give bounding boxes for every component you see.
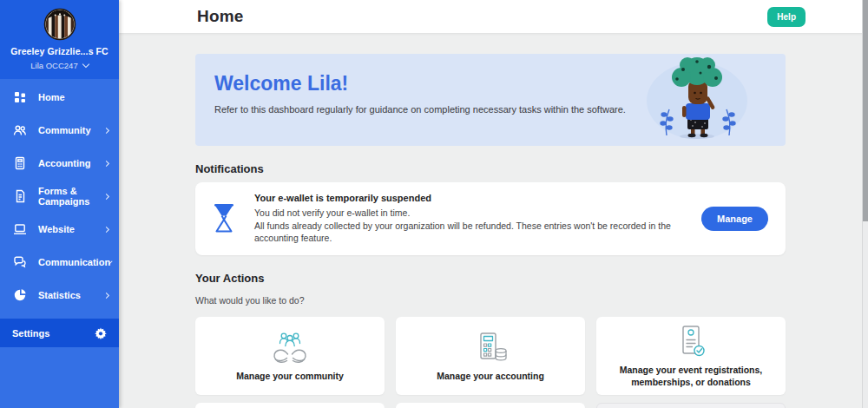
sidebar-item-statistics[interactable]: Statistics xyxy=(0,279,119,312)
chevron-right-icon xyxy=(103,226,109,232)
welcome-banner: Welcome Lila! Refer to this dashboard re… xyxy=(195,54,786,146)
actions-prompt: What would you like to do? xyxy=(195,295,786,306)
sidebar: Greeley Grizzlie...s FC Lila OCC247 Home… xyxy=(0,0,119,408)
sidebar-item-website[interactable]: Website xyxy=(0,213,119,246)
notification-text-block: Your e-wallet is temporarily suspended Y… xyxy=(254,193,682,245)
chevron-right-icon xyxy=(103,160,109,166)
sidebar-item-label: Website xyxy=(38,224,104,234)
hourglass-icon xyxy=(213,203,235,234)
action-card-other[interactable]: Other? xyxy=(596,403,786,408)
main-area: Home Help Welcome Lila! Refer to this da… xyxy=(119,0,868,408)
home-grid-icon xyxy=(13,90,27,104)
sidebar-org-block: Greeley Grizzlie...s FC Lila OCC247 xyxy=(0,0,119,79)
action-card-website[interactable] xyxy=(195,403,385,408)
notification-line: All funds already collected by your orga… xyxy=(254,220,682,245)
pie-chart-icon xyxy=(13,288,27,302)
user-name: Lila OCC247 xyxy=(30,61,77,70)
sidebar-item-accounting[interactable]: Accounting xyxy=(0,147,119,180)
chat-bubbles-icon xyxy=(13,255,27,269)
sidebar-item-label: Home xyxy=(38,92,108,102)
chevron-right-icon xyxy=(103,292,109,298)
sidebar-item-settings[interactable]: Settings xyxy=(0,319,119,347)
notification-line: You did not verify your e-wallet in time… xyxy=(254,207,682,220)
registration-check-icon xyxy=(670,324,712,359)
manage-button[interactable]: Manage xyxy=(701,207,768,231)
welcome-subtitle: Refer to this dashboard regularly for gu… xyxy=(214,104,631,115)
settings-label: Settings xyxy=(12,328,49,339)
sidebar-menu: Home Community Accounting xyxy=(0,79,119,319)
action-card-label: Manage your accounting xyxy=(437,371,544,383)
help-button[interactable]: Help xyxy=(767,7,806,27)
hands-community-icon xyxy=(269,330,311,365)
chevron-down-icon xyxy=(82,61,89,68)
sidebar-item-communication[interactable]: Communication xyxy=(0,246,119,279)
page-title: Home xyxy=(197,7,244,26)
top-header: Home Help xyxy=(119,0,868,33)
action-card-registrations[interactable]: Manage your event registrations, members… xyxy=(596,317,786,395)
club-logo xyxy=(43,8,76,41)
action-card-label: Manage your event registrations, members… xyxy=(608,365,773,388)
notification-title: Your e-wallet is temporarily suspended xyxy=(254,193,682,203)
chevron-right-icon xyxy=(103,193,109,199)
action-card-community[interactable]: Manage your community xyxy=(195,317,385,395)
calculator-coins-icon xyxy=(470,330,511,365)
notification-card: Your e-wallet is temporarily suspended Y… xyxy=(195,182,786,255)
welcome-illustration xyxy=(640,56,754,144)
sidebar-item-home[interactable]: Home xyxy=(0,81,119,114)
scrollbar-thumb[interactable] xyxy=(863,0,868,221)
dashboard-content: Welcome Lila! Refer to this dashboard re… xyxy=(119,54,868,408)
sidebar-item-label: Statistics xyxy=(38,290,104,300)
action-cards-grid: Manage your community xyxy=(195,317,786,408)
page-scrollbar[interactable] xyxy=(862,0,868,408)
chevron-right-icon xyxy=(103,127,109,133)
sidebar-item-label: Accounting xyxy=(38,158,104,168)
document-icon xyxy=(13,189,27,203)
sidebar-item-label: Communication xyxy=(38,257,110,267)
laptop-icon xyxy=(13,222,27,236)
gear-icon xyxy=(95,327,107,339)
action-card-send[interactable] xyxy=(396,403,585,408)
your-actions-heading: Your Actions xyxy=(195,272,786,285)
sidebar-item-label: Forms & Campaigns xyxy=(38,186,104,207)
sidebar-item-forms-campaigns[interactable]: Forms & Campaigns xyxy=(0,180,119,213)
people-icon xyxy=(13,123,27,137)
sidebar-item-community[interactable]: Community xyxy=(0,114,119,147)
action-card-accounting[interactable]: Manage your accounting xyxy=(396,317,585,395)
calculator-icon xyxy=(13,156,27,170)
user-switcher[interactable]: Lila OCC247 xyxy=(5,61,114,70)
action-card-label: Manage your community xyxy=(236,371,344,383)
sidebar-item-label: Community xyxy=(38,125,104,135)
org-name: Greeley Grizzlie...s FC xyxy=(5,46,114,56)
sidebar-filler xyxy=(0,347,119,408)
notifications-heading: Notifications xyxy=(195,162,786,175)
